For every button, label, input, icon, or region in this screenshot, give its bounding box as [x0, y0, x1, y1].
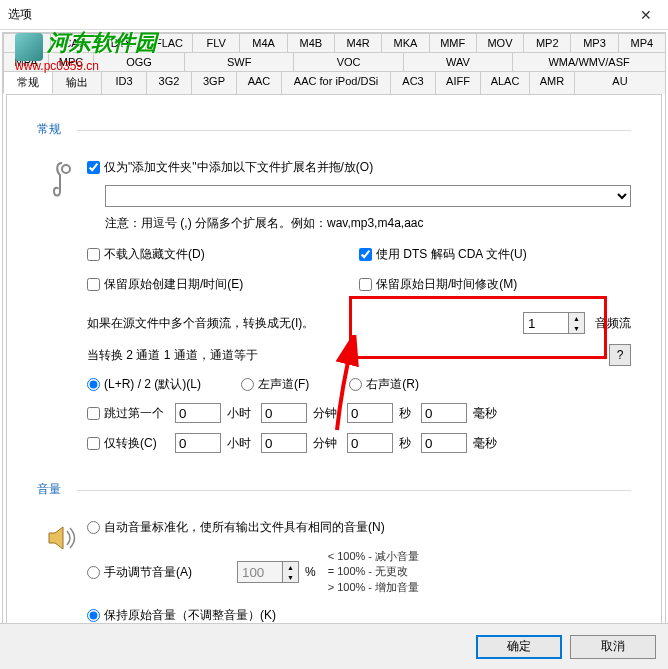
- skip-second-input[interactable]: [347, 403, 393, 423]
- conv-ms-input[interactable]: [421, 433, 467, 453]
- tab-avi[interactable]: AVI: [3, 33, 51, 52]
- tab-aac-ipod[interactable]: AAC for iPod/DSi: [281, 71, 391, 94]
- tab-m4r[interactable]: M4R: [334, 33, 382, 52]
- only-convert-checkbox[interactable]: 仅转换(C): [87, 435, 165, 452]
- extensions-dropdown[interactable]: [105, 185, 631, 207]
- tab-mpc[interactable]: MPC: [48, 52, 94, 71]
- tab-flac[interactable]: FLAC: [145, 33, 193, 52]
- use-dts-checkbox[interactable]: 使用 DTS 解码 CDA 文件(U): [359, 246, 527, 263]
- audio-stream-label: 音频流: [595, 315, 631, 332]
- tab-mka[interactable]: MKA: [381, 33, 429, 52]
- tab-amr[interactable]: AMR: [529, 71, 575, 94]
- tab-mpa[interactable]: MPA: [3, 52, 49, 71]
- tab-dts[interactable]: DTS: [98, 33, 146, 52]
- keep-vol-radio[interactable]: 保持原始音量（不调整音量）(K): [87, 607, 276, 624]
- no-hidden-checkbox[interactable]: 不载入隐藏文件(D): [87, 246, 205, 263]
- tab-general[interactable]: 常规: [3, 71, 53, 94]
- skip-minute-input[interactable]: [261, 403, 307, 423]
- keep-modified-checkbox[interactable]: 保留原始日期/时间修改(M): [359, 276, 517, 293]
- tab-ogg[interactable]: OGG: [93, 52, 185, 71]
- ok-button[interactable]: 确定: [476, 635, 562, 659]
- spin-up-icon[interactable]: ▲: [569, 313, 584, 323]
- skip-ms-input[interactable]: [421, 403, 467, 423]
- svg-point-0: [62, 165, 70, 173]
- vol-note-3: > 100% - 增加音量: [328, 580, 419, 595]
- extensions-note: 注意：用逗号 (,) 分隔多个扩展名。例如：wav,mp3,m4a,aac: [105, 215, 631, 232]
- cancel-button[interactable]: 取消: [570, 635, 656, 659]
- conv-hour-input[interactable]: [175, 433, 221, 453]
- tab-mp2[interactable]: MP2: [523, 33, 571, 52]
- tab-3g2[interactable]: 3G2: [146, 71, 192, 94]
- tab-flv[interactable]: FLV: [192, 33, 240, 52]
- tab-mmf[interactable]: MMF: [429, 33, 477, 52]
- format-tabs-row2: MPA MPC OGG SWF VOC WAV WMA/WMV/ASF: [3, 52, 665, 71]
- treble-clef-icon: [46, 161, 78, 201]
- conv-second-input[interactable]: [347, 433, 393, 453]
- channel-right-radio[interactable]: 右声道(R): [349, 376, 419, 393]
- format-tabs-row1: AVI CAF DTS FLAC FLV M4A M4B M4R MKA MMF…: [3, 33, 665, 52]
- pct-symbol: %: [305, 565, 316, 579]
- skip-hour-input[interactable]: [175, 403, 221, 423]
- tab-aiff[interactable]: AIFF: [435, 71, 481, 94]
- tab-au[interactable]: AU: [574, 71, 666, 94]
- tab-m4a[interactable]: M4A: [239, 33, 287, 52]
- spin-down-icon[interactable]: ▼: [283, 572, 298, 582]
- tab-mov[interactable]: MOV: [476, 33, 524, 52]
- spin-up-icon[interactable]: ▲: [283, 562, 298, 572]
- dialog-footer: 确定 取消: [0, 623, 668, 669]
- tab-output[interactable]: 输出: [52, 71, 102, 94]
- tab-swf[interactable]: SWF: [184, 52, 294, 71]
- window-title: 选项: [8, 6, 32, 23]
- close-button[interactable]: ✕: [623, 0, 668, 30]
- multi-audio-label: 如果在源文件中多个音频流，转换成无(I)。: [87, 315, 314, 332]
- tabs-container: AVI CAF DTS FLAC FLV M4A M4B M4R MKA MMF…: [2, 32, 666, 663]
- channel-left-radio[interactable]: 左声道(F): [241, 376, 309, 393]
- main-tabs-row: 常规 输出 ID3 3G2 3GP AAC AAC for iPod/DSi A…: [3, 71, 665, 94]
- tab-id3[interactable]: ID3: [101, 71, 147, 94]
- audio-stream-spinner[interactable]: ▲▼: [523, 312, 585, 334]
- tab-mp4[interactable]: MP4: [618, 33, 666, 52]
- volume-pct-spinner[interactable]: ▲▼: [237, 561, 299, 583]
- help-button[interactable]: ?: [609, 344, 631, 366]
- tab-ac3[interactable]: AC3: [390, 71, 436, 94]
- skip-first-checkbox[interactable]: 跳过第一个: [87, 405, 165, 422]
- auto-norm-radio[interactable]: 自动音量标准化，使所有输出文件具有相同的音量(N): [87, 519, 385, 536]
- tab-wma[interactable]: WMA/WMV/ASF: [512, 52, 666, 71]
- conv-minute-input[interactable]: [261, 433, 307, 453]
- spin-down-icon[interactable]: ▼: [569, 323, 584, 333]
- channel-lr-radio[interactable]: (L+R) / 2 (默认)(L): [87, 376, 201, 393]
- tab-alac[interactable]: ALAC: [480, 71, 530, 94]
- tab-aac[interactable]: AAC: [236, 71, 282, 94]
- tab-3gp[interactable]: 3GP: [191, 71, 237, 94]
- speaker-icon: [45, 521, 79, 555]
- vol-note-1: < 100% - 减小音量: [328, 549, 419, 564]
- tab-mp3[interactable]: MP3: [570, 33, 618, 52]
- manual-vol-radio[interactable]: 手动调节音量(A): [87, 564, 237, 581]
- channel-label: 当转换 2 通道 1 通道，通道等于: [87, 347, 258, 364]
- tab-caf[interactable]: CAF: [50, 33, 98, 52]
- tab-voc[interactable]: VOC: [293, 52, 403, 71]
- vol-note-2: = 100% - 无更改: [328, 564, 419, 579]
- tab-m4b[interactable]: M4B: [287, 33, 335, 52]
- tab-wav[interactable]: WAV: [403, 52, 513, 71]
- only-add-folder-checkbox[interactable]: 仅为"添加文件夹"中添加以下文件扩展名并拖/放(O): [87, 159, 373, 176]
- keep-created-checkbox[interactable]: 保留原始创建日期/时间(E): [87, 276, 243, 293]
